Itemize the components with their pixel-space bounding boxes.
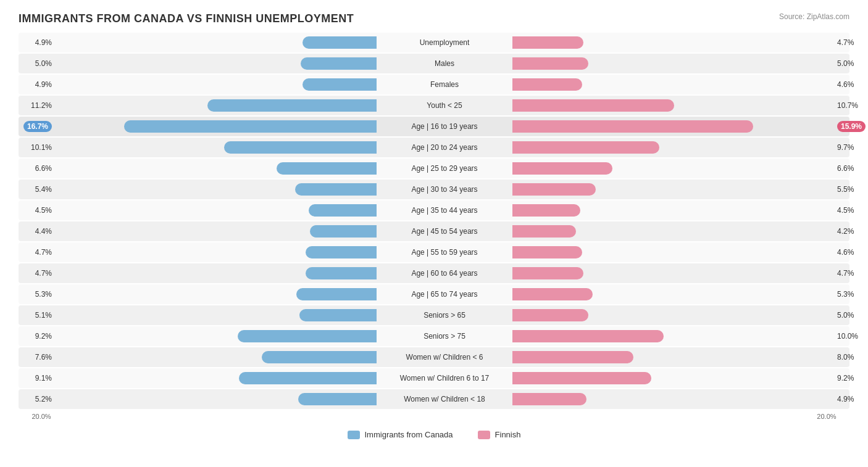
right-bar-container xyxy=(512,288,833,300)
right-value: 10.7% xyxy=(833,101,868,110)
axis-row: 20.0% 20.0% xyxy=(19,410,849,423)
chart-row: 4.7% Age | 55 to 59 years 4.6% xyxy=(19,242,849,262)
chart-row: 4.7% Age | 60 to 64 years 4.7% xyxy=(19,263,849,283)
left-value: 4.5% xyxy=(19,206,56,215)
right-bar xyxy=(512,225,576,238)
row-label: Age | 55 to 59 years xyxy=(377,248,512,257)
left-bar-container xyxy=(56,351,377,363)
left-bar xyxy=(303,36,377,49)
chart-row: 10.1% Age | 20 to 24 years 9.7% xyxy=(19,138,849,157)
left-bar-container xyxy=(56,204,377,217)
chart-row: 4.5% Age | 35 to 44 years 4.5% xyxy=(19,200,849,220)
row-label: Age | 25 to 29 years xyxy=(377,164,512,173)
left-bar xyxy=(310,225,377,238)
right-bar-container xyxy=(512,204,833,217)
right-bar xyxy=(512,162,612,175)
chart-row: 5.0% Males 5.0% xyxy=(19,54,849,73)
left-bar xyxy=(296,288,377,300)
chart-row: 4.9% Females 4.6% xyxy=(19,75,849,94)
chart-row: 5.2% Women w/ Children < 18 4.9% xyxy=(19,389,849,409)
left-bar-container xyxy=(56,141,377,154)
right-bar xyxy=(512,183,596,196)
right-bar xyxy=(512,351,633,363)
left-bar xyxy=(295,183,377,196)
right-bar-container xyxy=(512,309,833,321)
right-value: 4.7% xyxy=(833,269,868,278)
right-value: 4.6% xyxy=(833,80,868,89)
left-bar xyxy=(299,309,377,321)
left-value: 7.6% xyxy=(19,353,56,362)
right-bar xyxy=(512,141,659,154)
right-bar xyxy=(512,78,582,91)
row-label: Women w/ Children < 18 xyxy=(377,395,512,403)
right-value: 4.9% xyxy=(833,395,868,403)
left-bar xyxy=(301,57,377,70)
legend-label-left: Immigrants from Canada xyxy=(365,430,453,439)
left-value: 5.4% xyxy=(19,185,56,194)
row-label: Age | 60 to 64 years xyxy=(377,269,512,278)
right-value: 5.5% xyxy=(833,185,868,194)
right-value: 4.5% xyxy=(833,206,868,215)
chart-row: 5.3% Age | 65 to 74 years 5.3% xyxy=(19,284,849,304)
right-value: 6.6% xyxy=(833,164,868,173)
left-bar-container xyxy=(56,162,377,175)
left-value: 5.1% xyxy=(19,311,56,320)
right-bar xyxy=(512,204,580,217)
left-bar xyxy=(309,204,377,217)
right-bar-container xyxy=(512,99,833,112)
right-bar xyxy=(512,288,593,300)
right-bar-container xyxy=(512,351,833,363)
left-bar xyxy=(303,78,377,91)
left-bar-container xyxy=(56,183,377,196)
left-value: 4.4% xyxy=(19,227,56,236)
right-bar-container xyxy=(512,267,833,279)
chart-row: 16.7% Age | 16 to 19 years 15.9% xyxy=(19,117,849,136)
left-value: 9.1% xyxy=(19,374,56,382)
left-bar-container xyxy=(56,372,377,384)
legend-label-right: Finnish xyxy=(495,430,521,439)
left-bar-container xyxy=(56,309,377,321)
right-value: 5.0% xyxy=(833,311,868,320)
legend-item-left: Immigrants from Canada xyxy=(348,430,453,439)
right-bar-container xyxy=(512,246,833,258)
left-bar-container xyxy=(56,99,377,112)
left-value: 6.6% xyxy=(19,164,56,173)
left-bar-container xyxy=(56,57,377,70)
right-value: 8.0% xyxy=(833,353,868,362)
left-value: 4.9% xyxy=(19,38,56,47)
axis-right-label: 20.0% xyxy=(813,413,849,420)
left-bar xyxy=(124,120,377,133)
left-value: 9.2% xyxy=(19,332,56,341)
left-bar xyxy=(306,246,377,258)
row-label: Age | 16 to 19 years xyxy=(377,122,512,131)
left-bar-container xyxy=(56,36,377,49)
right-bar-container xyxy=(512,393,833,405)
right-value: 4.2% xyxy=(833,227,868,236)
right-bar-container xyxy=(512,141,833,154)
left-value: 11.2% xyxy=(19,101,56,110)
legend-item-right: Finnish xyxy=(478,430,521,439)
right-bar xyxy=(512,36,583,49)
right-value: 9.7% xyxy=(833,143,868,152)
chart-container: 4.9% Unemployment 4.7% 5.0% Males xyxy=(19,33,849,409)
right-bar xyxy=(512,246,582,258)
right-value: 4.6% xyxy=(833,248,868,257)
row-label: Seniors > 65 xyxy=(377,311,512,320)
left-bar xyxy=(262,351,377,363)
left-bar-container xyxy=(56,393,377,405)
chart-row: 11.2% Youth < 25 10.7% xyxy=(19,96,849,115)
chart-wrapper: IMMIGRANTS FROM CANADA VS FINNISH UNEMPL… xyxy=(19,12,849,439)
row-label: Unemployment xyxy=(377,38,512,47)
chart-row: 9.1% Women w/ Children 6 to 17 9.2% xyxy=(19,368,849,388)
right-bar-container xyxy=(512,162,833,175)
chart-row: 5.4% Age | 30 to 34 years 5.5% xyxy=(19,180,849,199)
left-value: 5.0% xyxy=(19,59,56,68)
right-bar xyxy=(512,267,583,279)
left-value: 10.1% xyxy=(19,143,56,152)
legend-box-right xyxy=(478,431,490,439)
right-value: 5.3% xyxy=(833,290,868,299)
row-label: Females xyxy=(377,80,512,89)
left-bar-container xyxy=(56,267,377,279)
left-value: 4.7% xyxy=(19,248,56,257)
left-bar xyxy=(277,162,377,175)
